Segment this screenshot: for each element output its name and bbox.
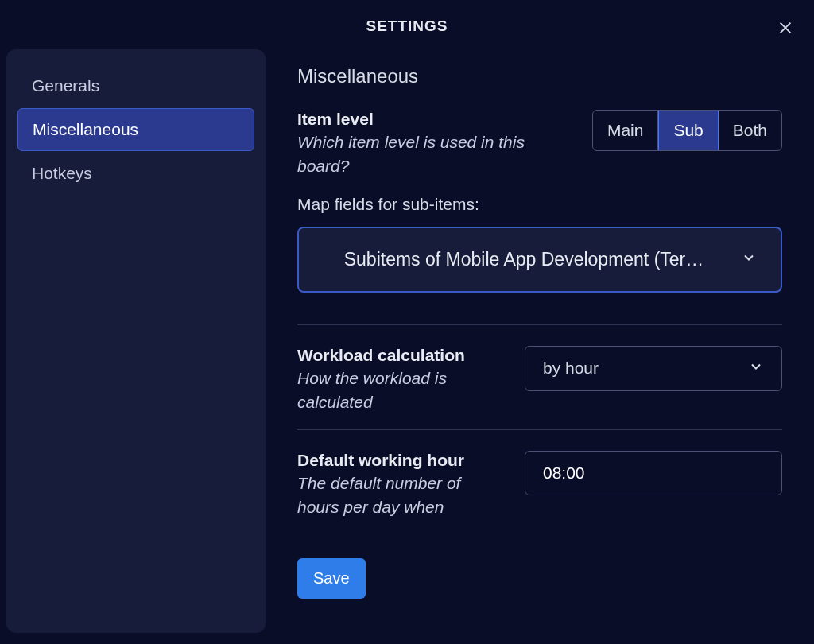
workload-label: Workload calculation	[297, 346, 501, 365]
map-fields-select[interactable]: Subitems of Mobile App Development (Ter…	[297, 227, 782, 293]
workload-desc: How the workload is calculated	[297, 367, 501, 415]
default-hour-row: Default working hour The default number …	[297, 451, 782, 520]
close-button[interactable]	[774, 17, 797, 40]
header: SETTINGS	[0, 0, 814, 49]
map-fields-value: Subitems of Mobile App Development (Ter…	[323, 249, 725, 270]
item-level-desc: Which item level is used in this board?	[297, 130, 568, 179]
workload-value: by hour	[543, 359, 599, 378]
default-hour-desc: The default number of hours per day when	[297, 471, 501, 520]
save-button[interactable]: Save	[297, 558, 366, 599]
item-level-segmented: Main Sub Both	[592, 110, 782, 151]
divider	[297, 324, 782, 325]
sidebar-item-label: Hotkeys	[32, 164, 92, 182]
item-level-row: Item level Which item level is used in t…	[297, 110, 782, 179]
map-fields-label: Map fields for sub-items:	[297, 195, 782, 214]
item-level-option-main[interactable]: Main	[593, 111, 659, 150]
header-title: SETTINGS	[0, 17, 814, 35]
sidebar: Generals Miscellaneous Hotkeys	[6, 49, 266, 633]
item-level-option-sub[interactable]: Sub	[658, 111, 718, 150]
default-hour-label: Default working hour	[297, 451, 501, 470]
item-level-option-both[interactable]: Both	[719, 111, 781, 150]
default-hour-value: 08:00	[543, 464, 585, 482]
close-icon	[777, 27, 794, 39]
chevron-down-icon	[748, 359, 764, 378]
chevron-down-icon	[741, 249, 757, 270]
workload-select[interactable]: by hour	[525, 346, 782, 391]
sidebar-item-miscellaneous[interactable]: Miscellaneous	[17, 108, 254, 151]
sidebar-item-generals[interactable]: Generals	[17, 65, 254, 107]
sidebar-item-label: Generals	[32, 76, 99, 95]
item-level-label: Item level	[297, 110, 568, 129]
sidebar-item-label: Miscellaneous	[33, 120, 138, 138]
default-hour-input[interactable]: 08:00	[525, 451, 782, 495]
content-panel: Miscellaneous Item level Which item leve…	[297, 49, 798, 633]
sidebar-item-hotkeys[interactable]: Hotkeys	[17, 153, 254, 194]
workload-row: Workload calculation How the workload is…	[297, 346, 782, 415]
content-title: Miscellaneous	[297, 65, 782, 87]
divider	[297, 429, 782, 430]
